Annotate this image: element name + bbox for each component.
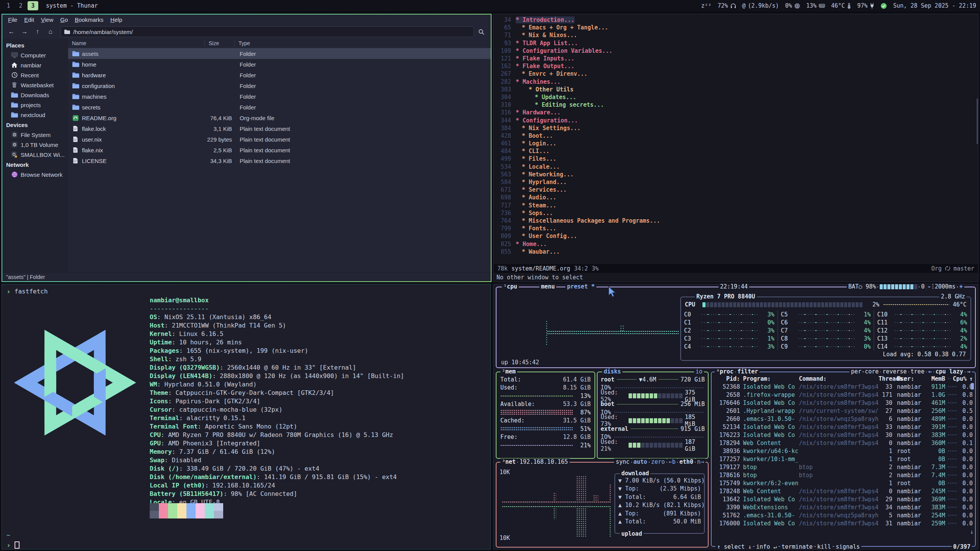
menu-file[interactable]: File (5, 16, 21, 24)
net-option-sync[interactable]: sync (614, 458, 631, 465)
header-mem[interactable]: MemB (926, 375, 945, 382)
info-hint[interactable]: info ↵ (755, 543, 778, 550)
back-button[interactable]: ← (5, 26, 18, 37)
header-user[interactable]: User: (897, 375, 926, 382)
io-tab[interactable]: io (694, 368, 704, 375)
file-row-configuration[interactable]: configurationFolder (68, 80, 491, 91)
sidebar-item-file-system[interactable]: File System (2, 130, 68, 140)
sidebar-item-nambiar[interactable]: nambiar (2, 60, 68, 70)
file-row-machines[interactable]: machinesFolder (68, 91, 491, 102)
file-row-readme-org[interactable]: README.org76,4 KiBOrg-mode file (68, 112, 491, 123)
file-row-license[interactable]: LICENSE34,3 KiBPlain text document (68, 155, 491, 166)
sort-right-button[interactable]: → (965, 368, 972, 375)
net-tab[interactable]: ³net (500, 458, 517, 465)
emacs-window[interactable]: 34* Introduction...65* Emacs + Org + Tan… (493, 14, 978, 282)
scroll-down-indicator[interactable]: ↓ (970, 528, 973, 535)
network-indicator[interactable]: @(2.9kb/s) (742, 2, 779, 9)
sidebar-item-recent[interactable]: Recent (2, 70, 68, 80)
sidebar-item-nextcloud[interactable]: nextcloud (2, 110, 68, 120)
net-option-n[interactable]: n→ (696, 458, 706, 465)
shell-prompt[interactable]: › (7, 540, 20, 550)
proc-row[interactable]: 178616btopbtop2nambiar7.4M0.0 (712, 471, 975, 479)
column-type[interactable]: Type (234, 40, 491, 46)
workspace-button-1[interactable]: 1 (3, 1, 14, 10)
disks-tab[interactable]: disks (602, 368, 622, 375)
updates-ok-icon[interactable] (880, 3, 887, 9)
proc-row[interactable]: 176223Isolated Web Co/nix/store/sm8fmrf3… (712, 431, 975, 439)
column-name[interactable]: Name (68, 40, 204, 46)
volume-indicator[interactable]: 72% (717, 2, 736, 9)
file-row-home[interactable]: homeFolder (68, 59, 491, 70)
proc-row[interactable]: 2660.emacs-31.0.50-/nix/store/wnqz5pa8ra… (712, 415, 975, 423)
kill-hint[interactable]: kill (816, 543, 833, 550)
proc-tab[interactable]: ⁴proc (715, 368, 735, 375)
proc-option-tree[interactable]: tree (909, 368, 926, 375)
signals-hint[interactable]: signals (834, 543, 861, 550)
terminate-hint[interactable]: terminate (780, 543, 814, 550)
menu-help[interactable]: Help (107, 16, 126, 24)
preset-button[interactable]: preset * (565, 283, 596, 290)
proc-scrollbar[interactable] (971, 383, 974, 390)
menu-button[interactable]: menu (539, 283, 556, 290)
sidebar-item-smallbox-wi-[interactable]: SMALLBOX Wi... (2, 150, 68, 160)
proc-row[interactable]: 177257kworker/10:1-mm_1root0B0.0 (712, 455, 975, 463)
proc-row[interactable]: 178294Web Content/nix/store/sm8fmrf3wps4… (712, 439, 975, 447)
file-row-hardware[interactable]: hardwareFolder (68, 70, 491, 80)
search-button[interactable] (475, 26, 488, 37)
header-command[interactable]: Command: (799, 375, 879, 382)
workspace-button-2[interactable]: 2 (15, 1, 26, 10)
proc-row[interactable]: 51762.emacs-31.0.50-/nix/store/wnqz5pa8r… (712, 511, 975, 519)
cpu-tab[interactable]: ¹cpu (502, 283, 519, 290)
terminal-window[interactable]: › fastfetch nambiar@smallbox------------… (2, 284, 491, 549)
forward-button[interactable]: → (18, 26, 31, 37)
proc-row[interactable]: 179127btopbtop2nambiar7.3M0.0 (712, 463, 975, 471)
file-row-user-nix[interactable]: user.nix229 bytesPlain text document (68, 134, 491, 145)
file-row-flake-nix[interactable]: flake.nix2,5 KiBPlain text document (68, 145, 491, 155)
header-pid[interactable]: Pid: (714, 375, 740, 382)
sidebar-item-1-0-tb-volume[interactable]: 1,0 TB Volume (2, 140, 68, 150)
file-row-flake-lock[interactable]: flake.lock3,1 KiBPlain text document (68, 123, 491, 134)
interval-plus-button[interactable]: + (958, 283, 964, 290)
proc-row[interactable]: 3390WebExtensions/nix/store/sm8fmrf3wps4… (712, 503, 975, 511)
file-row-secrets[interactable]: secretsFolder (68, 102, 491, 112)
sidebar-item-wastebasket[interactable]: Wastebasket (2, 80, 68, 90)
sidebar-item-projects[interactable]: projects (2, 100, 68, 110)
home-button[interactable]: ⌂ (44, 26, 57, 37)
proc-row[interactable]: 176646Isolated Web Co/nix/store/sm8fmrf3… (712, 399, 975, 407)
up-button[interactable]: ↑ (31, 26, 44, 37)
proc-row[interactable]: 2658.firefox-wrappe/nix/store/sm8fmrf3wp… (712, 391, 975, 399)
filter-button[interactable]: filter (736, 368, 760, 375)
sidebar-item-computer[interactable]: Computer (2, 50, 68, 60)
emacs-scrollbar[interactable] (977, 98, 978, 144)
net-option-auto[interactable]: auto (632, 458, 649, 465)
proc-option-reverse[interactable]: reverse (881, 368, 908, 375)
proc-row[interactable]: 175749kworker/6:2-even1root0B0.0 (712, 479, 975, 487)
org-buffer[interactable]: 34* Introduction...65* Emacs + Org + Tan… (493, 16, 976, 264)
proc-row[interactable]: 13642Isolated Web Co/nix/store/sm8fmrf3w… (712, 495, 975, 503)
column-size[interactable]: Size (204, 40, 234, 46)
header-program[interactable]: Program: (743, 375, 799, 382)
proc-row[interactable]: 176000Isolated Web Co/nix/store/sm8fmrf3… (712, 519, 975, 527)
proc-row[interactable]: 178248Web Content/nix/store/sm8fmrf3wps4… (712, 487, 975, 495)
header-cpu[interactable]: Cpu% (953, 375, 966, 382)
mem-tab[interactable]: ²mem (500, 368, 517, 375)
proc-option-per-core[interactable]: per-core (849, 368, 880, 375)
select-hint[interactable]: ↑ select ↓ (715, 543, 753, 550)
menu-edit[interactable]: Edit (21, 16, 38, 24)
workspace-button-3[interactable]: 3 (28, 1, 38, 10)
proc-row[interactable]: 2601.Hyprland-wrapp/run/current-system/s… (712, 407, 975, 415)
header-threads[interactable]: Threads: (879, 375, 892, 382)
interval-minus-button[interactable]: - (926, 283, 933, 290)
net-option-b[interactable]: ←b (667, 458, 677, 465)
proc-row[interactable]: 52134Isolated Web Co/nix/store/sm8fmrf3w… (712, 423, 975, 431)
sidebar-item-downloads[interactable]: Downloads (2, 90, 68, 100)
sidebar-item-browse-network[interactable]: Browse Network (2, 170, 68, 179)
sort-left-button[interactable]: ← (927, 368, 933, 375)
proc-row[interactable]: 52368Isolated Web Co/nix/store/sm8fmrf3w… (712, 383, 975, 391)
menu-view[interactable]: View (38, 16, 57, 24)
path-field[interactable]: /home/nambiar/system/ (60, 26, 474, 37)
proc-row[interactable]: 38936kworker/u64:6-kc1root0B0.0 (712, 447, 975, 455)
menu-go[interactable]: Go (57, 16, 71, 24)
menu-bookmarks[interactable]: Bookmarks (71, 16, 107, 24)
net-option-zero[interactable]: zero (650, 458, 666, 465)
